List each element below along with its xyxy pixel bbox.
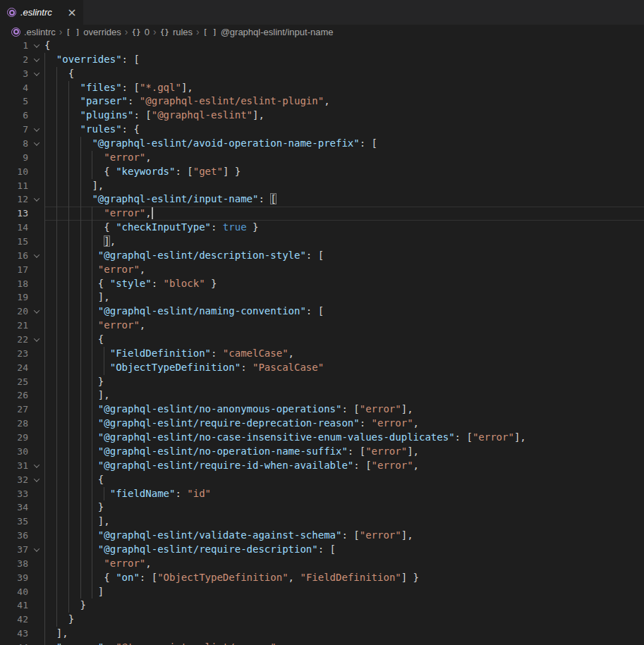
breadcrumb-item[interactable]: {}0 <box>131 27 149 37</box>
code-text[interactable]: "@graphql-eslint/description-style": [ <box>44 249 644 263</box>
code-token: : [ <box>306 250 324 261</box>
breadcrumb-separator-icon: › <box>196 27 200 37</box>
indent-guides <box>44 445 98 459</box>
breadcrumb-item[interactable]: {}rules <box>160 27 193 37</box>
code-token: , <box>324 95 329 106</box>
code-text[interactable]: "rules": { <box>44 123 644 137</box>
code-token: { <box>44 39 50 51</box>
code-text[interactable]: "parser": "@graphql-eslint/eslint-plugin… <box>44 94 644 109</box>
breadcrumb-item[interactable]: .eslintrc <box>11 27 56 37</box>
code-text[interactable]: "ObjectTypeDefinition": "PascalCase" <box>44 361 644 375</box>
fold-chevron-icon[interactable] <box>28 53 44 67</box>
code-text[interactable]: "@graphql-eslint/no-operation-name-suffi… <box>44 445 644 459</box>
code-token: { <box>98 278 110 289</box>
indent-guides <box>44 543 98 557</box>
code-text[interactable]: "error", <box>44 151 644 165</box>
code-text[interactable]: } <box>44 375 644 389</box>
code-text[interactable]: { <box>44 333 644 347</box>
eslint-file-icon <box>7 8 16 17</box>
code-text[interactable]: } <box>44 598 644 613</box>
fold-gutter <box>28 207 44 221</box>
code-text[interactable]: { "keywords": ["get"] } <box>44 165 644 179</box>
code-text[interactable]: ], <box>44 515 644 529</box>
code-text[interactable]: "plugins": ["@graphql-eslint"], <box>44 109 644 123</box>
code-text[interactable]: "@graphql-eslint/validate-against-schema… <box>44 529 644 543</box>
code-line: 13"error", <box>0 207 644 221</box>
code-token: ], <box>98 389 110 400</box>
fold-chevron-icon[interactable] <box>28 249 44 263</box>
fold-chevron-icon[interactable] <box>28 192 44 207</box>
code-token: "@graphql-eslint/validate-against-schema… <box>98 529 342 541</box>
code-text[interactable]: "error", <box>44 207 644 221</box>
code-editor[interactable]: 1{2"overrides": [3{4"files": ["*.gql"],5… <box>0 39 644 645</box>
code-text[interactable]: { <box>44 39 644 53</box>
code-text[interactable]: { "style": "block" } <box>44 277 644 291</box>
breadcrumb-item[interactable]: [ ]@graphql-eslint/input-name <box>203 27 334 37</box>
code-text[interactable]: ], <box>44 627 644 641</box>
code-token: { <box>68 68 74 79</box>
code-text[interactable]: ], <box>44 388 644 403</box>
code-token: "@graphql-eslint/no-operation-name-suffi… <box>98 446 348 457</box>
code-text[interactable]: ], <box>44 290 644 305</box>
fold-chevron-icon[interactable] <box>28 67 44 81</box>
code-text[interactable]: "@graphql-eslint/avoid-operation-name-pr… <box>44 137 644 151</box>
fold-chevron-icon[interactable] <box>28 39 44 53</box>
fold-chevron-icon[interactable] <box>28 123 44 137</box>
code-token: "@graphql-eslint/require-id-when-availab… <box>98 460 353 471</box>
code-text[interactable]: "@graphql-eslint/naming-convention": [ <box>44 305 644 319</box>
code-text[interactable]: "@graphql-eslint/no-case-insensitive-enu… <box>44 431 644 445</box>
code-text[interactable]: "parser": "@typescript-eslint/parser" <box>44 641 644 645</box>
fold-chevron-icon[interactable] <box>28 305 44 319</box>
code-token: "camelCase" <box>223 348 288 359</box>
tab-close-icon[interactable]: × <box>66 7 78 18</box>
breadcrumb-separator-icon: › <box>153 27 157 37</box>
code-text[interactable]: "@graphql-eslint/no-anonymous-operations… <box>44 403 644 417</box>
code-text[interactable]: "FieldDefinition": "camelCase", <box>44 347 644 361</box>
code-text[interactable]: } <box>44 613 644 627</box>
code-text[interactable]: "fieldName": "id" <box>44 487 644 501</box>
code-token: "get" <box>193 166 223 177</box>
breadcrumb-item[interactable]: [ ]overrides <box>66 27 121 37</box>
code-text[interactable]: "error", <box>44 263 644 277</box>
code-token: "error" <box>473 431 514 443</box>
code-token: "@graphql-eslint/description-style" <box>98 250 306 261</box>
code-text[interactable]: ], <box>44 235 644 249</box>
code-text[interactable]: { <box>44 67 644 81</box>
fold-chevron-icon[interactable] <box>28 333 44 347</box>
fold-chevron-icon[interactable] <box>28 137 44 151</box>
code-text[interactable]: "error", <box>44 319 644 333</box>
fold-chevron-icon[interactable] <box>28 459 44 473</box>
code-text[interactable]: "overrides": [ <box>44 53 644 67</box>
code-token: "@graphql-eslint/naming-convention" <box>98 305 306 317</box>
fold-chevron-icon[interactable] <box>28 473 44 487</box>
code-line: 29"@graphql-eslint/no-case-insensitive-e… <box>0 431 644 445</box>
breadcrumb-label: 0 <box>145 27 150 37</box>
code-text[interactable]: { "checkInputType": true } <box>44 221 644 235</box>
code-text[interactable]: "@graphql-eslint/input-name": [ <box>44 192 644 207</box>
code-text[interactable]: ] <box>44 585 644 599</box>
code-text[interactable]: "files": ["*.gql"], <box>44 81 644 95</box>
code-text[interactable]: "@graphql-eslint/require-id-when-availab… <box>44 459 644 473</box>
indent-guides <box>44 207 104 221</box>
line-number: 16 <box>0 249 28 263</box>
indent-guides <box>44 598 80 613</box>
code-line: 16"@graphql-eslint/description-style": [ <box>0 249 644 263</box>
code-text[interactable]: ], <box>44 179 644 193</box>
text-cursor <box>152 207 153 219</box>
code-token: : <box>360 417 372 429</box>
fold-chevron-icon[interactable] <box>28 543 44 557</box>
code-token: : <box>211 348 223 359</box>
code-token: ], <box>98 291 110 302</box>
code-text[interactable]: } <box>44 500 644 515</box>
code-text[interactable]: "error", <box>44 557 644 571</box>
code-text[interactable]: { "on": ["ObjectTypeDefinition", "FieldD… <box>44 571 644 585</box>
code-text[interactable]: "@graphql-eslint/require-deprecation-rea… <box>44 417 644 431</box>
code-text[interactable]: { <box>44 473 644 487</box>
code-line: 1{ <box>0 39 644 53</box>
tab-eslintrc[interactable]: .eslintrc × <box>0 0 83 25</box>
indent-guides <box>44 431 98 445</box>
fold-gutter <box>28 585 44 599</box>
code-line: 6"plugins": ["@graphql-eslint"], <box>0 109 644 123</box>
code-text[interactable]: "@graphql-eslint/require-description": [ <box>44 543 644 557</box>
line-number: 28 <box>0 417 28 431</box>
